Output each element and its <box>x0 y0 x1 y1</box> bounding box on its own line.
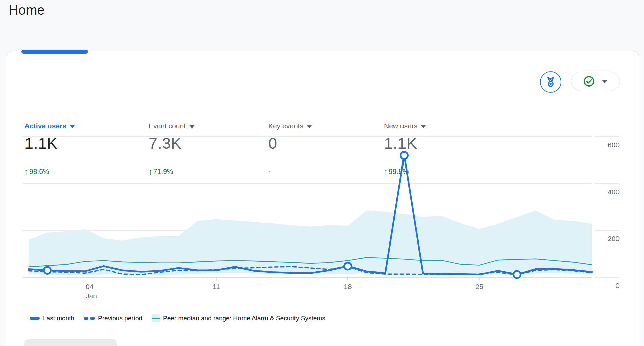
metric-selector-event-count[interactable]: Event count <box>149 122 195 130</box>
svg-text:200: 200 <box>608 235 620 243</box>
dashed-line-swatch <box>84 317 95 320</box>
legend-item-last-month: Last month <box>30 315 74 322</box>
band-swatch <box>152 314 160 322</box>
legend-item-previous-period: Previous period <box>84 315 142 322</box>
chart-legend: Last month Previous period Peer median a… <box>30 314 325 322</box>
metric-label: Key events <box>268 122 303 130</box>
chevron-down-icon <box>70 125 75 128</box>
metric-selector-new-users[interactable]: New users <box>384 122 426 130</box>
metric-label: Event count <box>149 122 186 130</box>
legend-label: Previous period <box>98 315 142 322</box>
medal-icon <box>544 76 557 88</box>
legend-label: Last month <box>43 315 74 322</box>
bottom-card-partial[interactable] <box>24 339 117 346</box>
caret-down-icon <box>602 80 608 83</box>
chevron-down-icon <box>189 125 195 128</box>
chevron-down-icon <box>307 125 312 128</box>
page-title: Home <box>9 3 45 18</box>
metric-label: New users <box>384 122 417 130</box>
svg-text:04: 04 <box>86 283 94 290</box>
svg-text:400: 400 <box>608 188 620 196</box>
benchmarking-button[interactable] <box>540 71 561 93</box>
svg-text:18: 18 <box>344 283 352 290</box>
active-users-chart: 600400200004Jan111825 <box>20 132 624 306</box>
data-status-button[interactable] <box>571 72 620 91</box>
chevron-down-icon <box>421 125 426 128</box>
active-tab-indicator <box>21 50 88 54</box>
solid-line-swatch <box>30 317 40 320</box>
svg-text:11: 11 <box>213 283 220 290</box>
legend-label: Peer median and range: Home Alarm & Secu… <box>163 315 325 322</box>
metric-label: Active users <box>24 122 66 130</box>
metric-selector-active-users[interactable]: Active users <box>24 122 75 130</box>
svg-text:Jan: Jan <box>86 292 97 300</box>
metric-selector-key-events[interactable]: Key events <box>268 122 312 130</box>
svg-text:600: 600 <box>608 141 620 149</box>
legend-item-peer-range: Peer median and range: Home Alarm & Secu… <box>152 314 325 322</box>
svg-text:0: 0 <box>615 282 620 289</box>
check-circle-icon <box>583 75 595 87</box>
chart-area[interactable]: 600400200004Jan111825 <box>20 132 624 306</box>
svg-text:25: 25 <box>475 283 483 290</box>
